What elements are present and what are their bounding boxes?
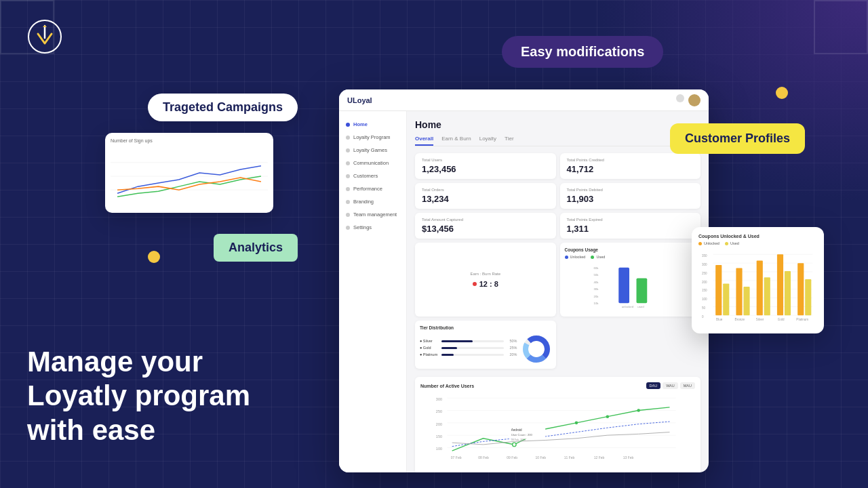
stat-value: 1,23,456 [422,164,549,174]
stat-label: Total Orders [422,188,549,192]
legend-used: Used [591,255,605,259]
cf-dot-used [725,242,728,245]
stat-points-debited: Total Points Debited 11,903 [560,183,701,209]
logo-icon [27,19,62,54]
svg-text:07 Feb: 07 Feb [451,455,462,460]
titlebar-settings-icon[interactable] [676,94,684,102]
active-users-chart: 300 250 200 150 100 [420,392,695,466]
dau-buttons: DAU WAU MAU [646,382,696,389]
cf-legend-unlocked: Unlocked [698,241,719,245]
sidebar-item-loyalty-program[interactable]: Loyalty Program [339,131,406,144]
dot-yellow-ml [148,251,160,263]
tab-tier[interactable]: Tier [505,136,513,146]
cf-dot-unlocked [698,242,702,245]
sidebar-dot [346,200,350,204]
sidebar-item-loyalty-games[interactable]: Loyalty Games [339,144,406,157]
spacer [560,321,561,373]
stat-value: $13,456 [422,224,549,234]
titlebar-controls [676,94,701,106]
tier-bar-silver [441,340,473,342]
tab-overall[interactable]: Overall [415,136,433,146]
svg-rect-63 [715,265,722,315]
stat-label: Total Points Debited [567,188,694,192]
svg-text:Bronze: Bronze [735,318,745,321]
titlebar-avatar[interactable] [688,94,701,106]
svg-rect-10 [618,268,629,304]
earn-burn-value: 12 : 8 [473,280,498,288]
customer-profiles-label: Customer Profiles [670,123,805,154]
svg-point-42 [637,409,640,412]
tier-donut-chart [521,334,551,364]
tier-silver: ● Silver 50% [420,339,517,343]
red-dot-icon [473,282,477,286]
coupons-usage-card: Coupons Usage Unlocked Used 60k [560,243,701,317]
stat-label: Total Amount Captured [422,218,549,222]
svg-text:150: 150 [702,289,707,292]
svg-text:250: 250 [436,409,442,413]
logo [27,19,62,54]
svg-text:250: 250 [702,272,707,275]
sidebar-item-home[interactable]: Home [339,118,406,131]
coupons-chart: 60k 50k 40k 30k 20k 10k unlocked used [565,262,696,309]
stat-total-orders: Total Orders 13,234 [415,183,556,209]
coupons-float-card: Coupons Unlocked & Used Unlocked Used 35… [692,227,824,333]
svg-text:60k: 60k [593,266,599,270]
sidebar-item-branding[interactable]: Branding [339,195,406,208]
stat-value: 41,712 [567,164,694,174]
sidebar-item-performance[interactable]: Performance [339,182,406,195]
earn-burn-card: Earn : Burn Rate 12 : 8 [415,243,556,317]
sidebar-item-customers[interactable]: Customers [339,169,406,182]
tier-content: ● Silver 50% ● Gold [420,334,551,364]
svg-rect-67 [757,261,763,316]
analytics-mini-chart [111,146,268,207]
svg-rect-69 [777,254,783,315]
legend-dot-used [591,256,594,259]
stat-label: Total Points Credited [567,158,694,162]
sidebar-item-communication[interactable]: Communication [339,157,406,169]
dashboard-tabs: Overall Earn & Burn Loyalty Tier [415,136,701,146]
dot-yellow-tr [776,87,788,99]
coupon-title: Coupons Usage [565,247,696,252]
svg-point-41 [606,415,610,418]
sidebar-dot [346,161,350,165]
tier-platinum: ● Platinum 20% [420,352,517,357]
svg-text:350: 350 [702,254,707,258]
svg-rect-66 [743,287,749,315]
sidebar-item-team[interactable]: Team management [339,208,406,221]
stat-label: Total Points Expired [567,218,694,222]
svg-text:50: 50 [702,306,706,310]
tier-earn-grid: Tier Distribution ● Silver 50% [415,321,701,373]
stat-value: 13,234 [422,194,549,204]
stat-total-users: Total Users 1,23,456 [415,153,556,179]
mau-button[interactable]: MAU [680,382,695,389]
svg-text:08 Feb: 08 Feb [478,455,489,460]
svg-rect-70 [785,271,791,315]
bottom-charts-grid: Earn : Burn Rate 12 : 8 Coupons Usage Un… [415,243,701,317]
cf-legend-used: Used [725,241,739,245]
svg-text:50k: 50k [593,273,599,277]
svg-text:200: 200 [702,281,707,284]
dau-button[interactable]: DAU [646,382,661,389]
svg-text:30k: 30k [593,287,599,291]
sidebar-dot [346,136,350,140]
analytics-label: Analytics [214,234,298,262]
corner-square-tr [814,0,868,54]
tier-bar-bg [441,340,504,342]
wau-button[interactable]: WAU [663,382,678,389]
svg-text:Android: Android [511,428,522,432]
active-users-title: Number of Active Users [420,384,474,388]
svg-text:used: used [637,305,644,308]
sidebar-dot [346,174,350,178]
tab-loyalty[interactable]: Loyalty [479,136,496,146]
svg-rect-65 [736,268,742,316]
stat-value: 1,311 [567,224,694,234]
tier-card: Tier Distribution ● Silver 50% [415,321,556,369]
targeted-campaigns-label: Trageted Campaigns [148,94,298,121]
stat-points-credited: Total Points Credited 41,712 [560,153,701,179]
easy-modifications-label: Easy modifications [502,36,663,68]
svg-text:100: 100 [702,298,707,301]
svg-text:100: 100 [436,447,442,451]
tier-bar-platinum [441,354,454,356]
sidebar-item-settings[interactable]: Settings [339,221,406,234]
tab-earn-burn[interactable]: Earn & Burn [441,136,471,146]
